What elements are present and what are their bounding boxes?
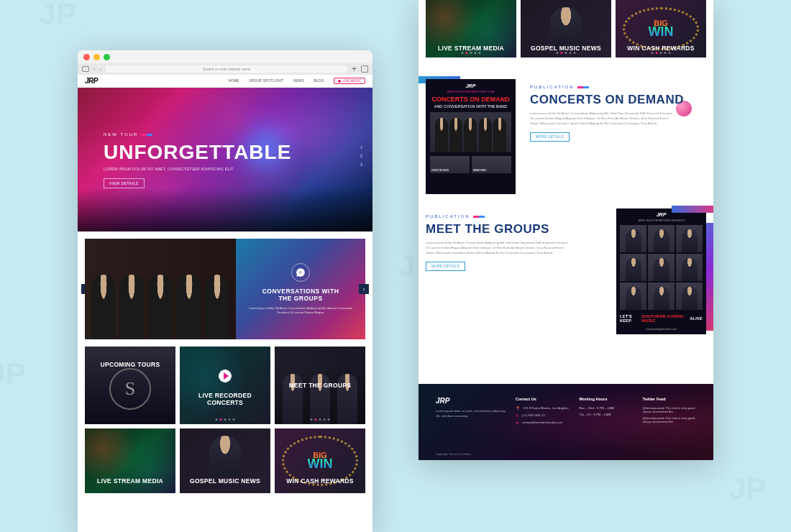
window-close-button[interactable]: [83, 54, 90, 60]
sidebar-toggle-icon[interactable]: [82, 66, 89, 72]
watermark: JP: [29, 0, 86, 43]
pub-card-url: JERRYRILEYPROMOTIONS.COM: [430, 91, 511, 93]
live-music-button[interactable]: LIVE MUSIC: [334, 78, 365, 84]
nav-blog[interactable]: BLOG: [314, 79, 324, 83]
nav-news[interactable]: NEWS: [293, 79, 304, 83]
publication-desc: Lorem Ipsum Dolor Sit Amet, Consectetuer…: [426, 241, 570, 256]
publication-title: CONCERTS ON DEMAND: [530, 93, 706, 107]
card-live-stream[interactable]: LIVE STREAM MEDIA: [426, 0, 516, 58]
new-tab-button[interactable]: +: [352, 64, 357, 74]
publication-concerts-on-demand: JRP JERRYRILEYPROMOTIONS.COM CONCERTS ON…: [426, 79, 706, 194]
footer-logo[interactable]: JRP: [436, 397, 506, 405]
play-icon: [214, 364, 237, 387]
more-details-button[interactable]: MORE DETAILS: [530, 132, 570, 142]
site-nav: JRP HOME GROUP SPOTLIGHT NEWS BLOG LIVE …: [78, 75, 372, 88]
pub-thumb: BRIAN FREE: [472, 156, 511, 173]
carousel-next[interactable]: ›: [359, 284, 369, 294]
card-live-stream[interactable]: LIVE STREAM MEDIA: [85, 428, 175, 493]
card-win-rewards[interactable]: BIGWIN WIN CASH REWARDS: [616, 0, 706, 58]
nav-group-spotlight[interactable]: GROUP SPOTLIGHT: [249, 79, 283, 83]
publication-meet-the-groups: PUBLICATION MEET THE GROUPS Lorem Ipsum …: [426, 208, 706, 334]
hero-section: NEW TOUR UNFORGETTABLE LOREM IPSUM DOLOR…: [78, 88, 372, 231]
address-bar[interactable]: Search or enter website name: [106, 65, 347, 73]
window-maximize-button[interactable]: [104, 54, 110, 60]
card-meet-groups[interactable]: MEET THE GROUPS: [275, 347, 365, 424]
more-details-button[interactable]: MORE DETAILS: [426, 262, 465, 271]
card-gospel-news[interactable]: GOSPEL MUSIC NEWS: [180, 428, 270, 493]
footer-twitter-heading: Twitter Feed: [643, 397, 696, 401]
pub-card-heading: CONCERTS ON DEMAND: [430, 96, 511, 103]
watermark: JP: [719, 460, 777, 518]
pub-card-url: www.jerryrileypromotions.com: [620, 328, 703, 331]
publication-title: MEET THE GROUPS: [426, 222, 602, 237]
pin-icon: 📍: [516, 406, 520, 411]
phone-icon: ✆: [516, 413, 518, 418]
pub-banner: LET'S KEEP SOUTHERN GOSPEL MUSIC ALIVE: [620, 311, 703, 326]
window-titlebar: [78, 50, 372, 63]
hero-tag: NEW TOUR: [104, 132, 291, 137]
tour-ring-icon: S: [109, 368, 151, 410]
back-icon[interactable]: ‹: [93, 66, 96, 73]
ribbon-decor: [672, 206, 713, 213]
publication-tag: PUBLICATION: [530, 85, 706, 89]
hero-page-2[interactable]: 2: [360, 154, 362, 158]
conversations-section: ‹ CONVERSATIONS WITHTHE GROUPS Lorem Ips…: [85, 239, 365, 339]
footer-tweet[interactable]: @loremipsumdo This club is very good, cl…: [643, 406, 696, 413]
publication-card[interactable]: JRP JERRYRILEYPROMOTIONS.COM CONCERTS ON…: [426, 79, 516, 194]
pub-card-logo: JRP: [620, 212, 703, 217]
hero-page-3[interactable]: 3: [360, 162, 362, 167]
footer-hours: Thu – Fri : 9 PM – 4 AM: [579, 413, 632, 416]
hero-pagination: 1 2 3: [360, 145, 362, 167]
pub-card-subheading: AND CONVERSATION WITH THE BAND: [430, 104, 511, 109]
footer-phone[interactable]: (+1) 923 2341 22: [522, 413, 545, 418]
footer: JRP Lorem ipsum dolor sit amet, consecte…: [419, 384, 713, 460]
forward-icon[interactable]: ›: [100, 66, 102, 73]
hero-subtitle: LOREM IPSUM DOLOR SIT AMET, CONSECTETUER…: [104, 167, 291, 171]
footer-hours: Mon – Wed : 9 PM – 4 AM: [579, 406, 632, 410]
footer-copyright: Copyright Terms Lor Studio: [436, 452, 470, 456]
big-win-icon: BIGWIN: [623, 7, 699, 50]
tabs-icon[interactable]: [361, 65, 368, 73]
watermark: JP: [0, 345, 36, 403]
address-bar-row: ‹ › Search or enter website name +: [78, 63, 372, 75]
footer-tweet[interactable]: @loremipsumdo This club is very good, cl…: [643, 416, 696, 423]
conversations-photo: [85, 239, 236, 339]
footer-email[interactable]: contact@loremtechstudio.com: [522, 421, 562, 425]
logo[interactable]: JRP: [85, 77, 98, 85]
hero-page-1[interactable]: 1: [360, 145, 362, 150]
footer-contact-heading: Contact Us: [516, 397, 569, 401]
chat-icon: [291, 263, 310, 282]
conversations-desc: Lorem Ipsum Dolor Sit Amet, Consectetuer…: [247, 306, 355, 316]
card-win-rewards[interactable]: BIGWIN WIN CASH REWARDS: [275, 428, 365, 493]
cards-grid: UPCOMING TOURS S LIVE RECORDEDCONCERTS M…: [78, 347, 372, 493]
glow-decor: [221, 109, 243, 131]
view-details-button[interactable]: VIEW DETAILS: [104, 178, 145, 188]
hero-title: UNFORGETTABLE: [104, 141, 291, 164]
footer-desc: Lorem ipsum dolor sit amet, consectetuer…: [436, 409, 506, 418]
publication-desc: Lorem Ipsum Dolor Sit Amet, Consectetuer…: [530, 111, 674, 127]
card-upcoming-tours[interactable]: UPCOMING TOURS S: [85, 347, 175, 424]
pub-card-logo: JRP: [430, 83, 511, 88]
card-gospel-news[interactable]: GOSPEL MUSIC NEWS: [521, 0, 611, 58]
publication-card[interactable]: JRP JERRY RILEY PROMOTIONS PRESENTS LET'…: [616, 208, 706, 334]
nav-home[interactable]: HOME: [229, 79, 239, 83]
right-cards-grid: LIVE STREAM MEDIA GOSPEL MUSIC NEWS BIGW…: [419, 0, 713, 58]
conversations-info: CONVERSATIONS WITHTHE GROUPS Lorem Ipsum…: [236, 239, 365, 339]
publication-tag: PUBLICATION: [426, 214, 602, 219]
mail-icon: ✉: [516, 421, 518, 425]
pub-thumb: KINGDOM HEIRS: [430, 156, 470, 173]
right-panel: LIVE STREAM MEDIA GOSPEL MUSIC NEWS BIGW…: [419, 0, 713, 460]
footer-hours-heading: Working Hours: [579, 397, 632, 401]
conversations-title: CONVERSATIONS WITHTHE GROUPS: [262, 288, 339, 302]
browser-window: ‹ › Search or enter website name + JRP H…: [78, 50, 372, 532]
window-minimize-button[interactable]: [93, 54, 100, 60]
card-live-recorded[interactable]: LIVE RECORDEDCONCERTS: [180, 347, 270, 424]
pub-card-sub: JERRY RILEY PROMOTIONS PRESENTS: [620, 219, 703, 222]
footer-address: 221 B Santa Monica, Los Angeles: [523, 406, 569, 411]
